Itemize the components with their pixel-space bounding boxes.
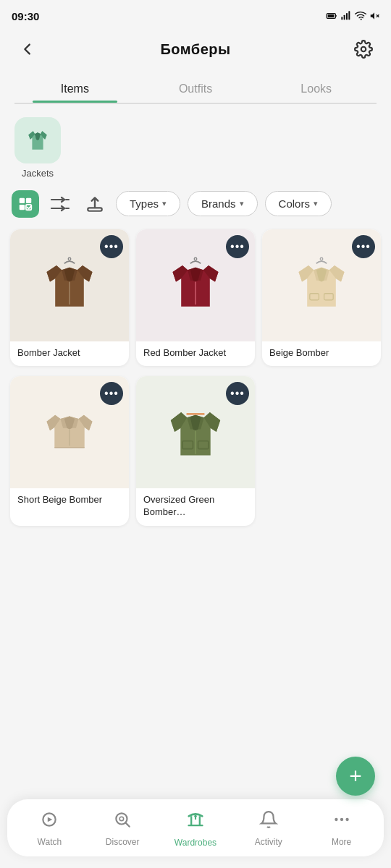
svg-point-39 [345,818,348,821]
svg-point-37 [335,818,337,821]
brands-arrow: ▾ [240,199,244,208]
bottom-nav-wrapper: Watch Discover Wardrobes Activity More [0,799,391,868]
colors-arrow: ▾ [314,199,318,208]
status-bar: 09:30 [0,0,391,29]
types-filter[interactable]: Types ▾ [116,191,180,216]
svg-rect-30 [186,413,204,415]
svg-point-24 [320,258,323,260]
svg-line-35 [126,823,130,827]
category-icon-box [14,117,61,163]
item-card-3[interactable]: ••• Beige Bomber [262,229,381,367]
svg-point-19 [68,258,71,260]
colors-filter[interactable]: Colors ▾ [265,191,332,216]
select-all-button[interactable] [12,190,39,218]
types-arrow: ▾ [162,199,167,208]
svg-rect-6 [348,11,350,20]
svg-rect-2 [328,14,335,17]
mute-icon [369,10,379,22]
nav-wardrobes[interactable]: Wardrobes [174,809,217,848]
battery-icon [326,10,337,22]
item-menu-btn-2[interactable]: ••• [226,235,249,258]
svg-marker-32 [48,817,53,822]
filter-bar: Types ▾ Brands ▾ Colors ▾ [0,184,391,226]
svg-rect-5 [346,13,348,20]
add-item-fab[interactable]: + [336,757,375,796]
item-label-3: Beige Bomber [262,341,381,367]
tab-outfits[interactable]: Outfits [135,75,256,103]
item-label-1: Bomber Jacket [10,341,129,367]
svg-rect-4 [344,15,345,20]
item-menu-btn-3[interactable]: ••• [352,235,375,258]
tabs: Items Outfits Looks [0,75,391,103]
activity-icon [259,810,278,833]
item-label-2: Red Bomber Jacket [136,341,255,367]
svg-point-10 [361,47,366,52]
settings-button[interactable] [350,36,377,62]
item-card-2[interactable]: ••• Red Bomber Jacket [136,229,255,367]
upload-button[interactable] [81,190,109,218]
nav-more[interactable]: More [320,810,363,847]
header: Бомберы [0,29,391,72]
category-item-jackets[interactable]: Jackets [14,117,61,179]
jackets-icon [24,127,51,154]
signal-icon [340,10,352,22]
wifi-icon [355,10,366,22]
nav-activity[interactable]: Activity [247,810,290,847]
svg-rect-13 [20,204,25,209]
svg-point-34 [119,817,123,820]
nav-watch[interactable]: Watch [28,810,71,847]
page-title: Бомберы [160,41,230,58]
wardrobes-icon [185,809,206,834]
svg-rect-3 [341,17,342,20]
item-label-4: Short Beige Bomber [10,488,129,514]
category-label: Jackets [22,168,54,179]
status-time: 09:30 [12,10,39,22]
nav-discover-label: Discover [106,837,140,847]
back-button[interactable] [14,36,41,62]
nav-watch-label: Watch [38,837,62,847]
more-icon [332,810,351,833]
nav-wardrobes-label: Wardrobes [175,838,216,848]
item-label-5: Oversized Green Bomber… [136,488,255,526]
items-grid-top: ••• Bomber Jacket ••• Red Bomber Jacket [0,226,391,377]
item-card-1[interactable]: ••• Bomber Jacket [10,229,129,367]
status-icons [326,10,379,22]
svg-point-21 [194,258,197,260]
svg-point-7 [361,19,362,20]
watch-icon [40,810,59,833]
nav-more-label: More [332,837,351,847]
svg-rect-11 [20,197,25,203]
shuffle-button[interactable] [46,190,74,218]
svg-rect-17 [88,208,102,210]
item-card-4[interactable]: ••• Short Beige Bomber [10,376,129,526]
svg-rect-12 [26,197,31,203]
svg-point-38 [340,818,342,821]
item-menu-btn-1[interactable]: ••• [100,235,123,258]
category-section: Jackets [0,104,391,184]
nav-activity-label: Activity [255,837,282,847]
item-card-5[interactable]: ••• Oversized Green Bomber… [136,376,255,526]
svg-rect-1 [335,15,336,17]
discover-icon [113,810,132,833]
items-grid-bottom: ••• Short Beige Bomber ••• Ov [0,376,391,536]
tab-looks[interactable]: Looks [256,75,377,103]
bottom-nav: Watch Discover Wardrobes Activity More [7,799,384,856]
brands-filter[interactable]: Brands ▾ [188,191,258,216]
tab-items[interactable]: Items [14,75,135,103]
nav-discover[interactable]: Discover [101,810,144,847]
